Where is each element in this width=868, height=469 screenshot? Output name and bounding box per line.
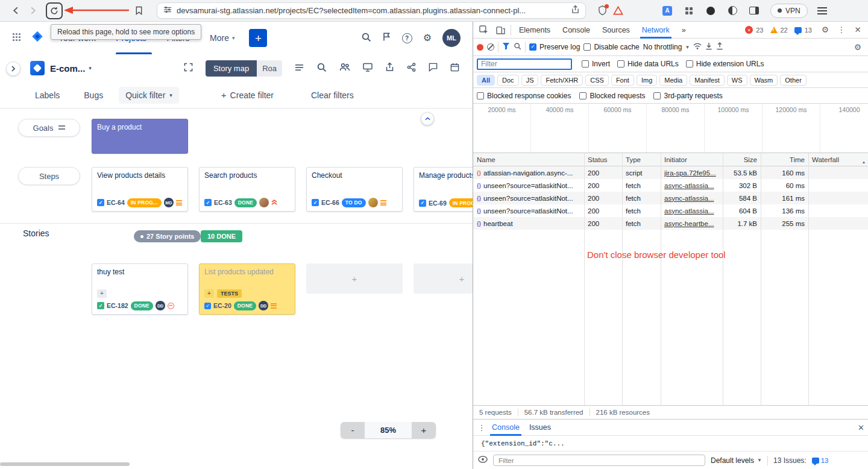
board-search-icon[interactable] [316,62,327,75]
network-settings-icon[interactable]: ⚙ [851,41,864,53]
preserve-log-checkbox[interactable]: Preserve log [529,43,580,51]
clear-button[interactable] [487,43,494,51]
network-overview-timeline[interactable]: 20000 ms 40000 ms 60000 ms 80000 ms 1000… [473,104,868,153]
sidebar-expand-button[interactable] [6,61,20,76]
add-story-placeholder[interactable]: + [306,263,403,294]
nav-more[interactable]: More▾ [210,22,234,54]
initiator-link[interactable]: async-heartbe... [664,220,719,227]
filter-chip-wasm[interactable]: Wasm [750,75,778,86]
request-row[interactable]: {}unseen?source=atlaskitNot... 200 fetch… [473,179,868,192]
user-avatar[interactable]: ML [442,29,461,47]
console-filter-input[interactable] [493,455,705,466]
share-icon[interactable] [571,5,579,16]
tab-sources[interactable]: Sources [598,22,634,39]
flag-icon[interactable] [382,32,391,44]
tab-console[interactable]: Console [558,22,594,39]
back-button[interactable] [7,2,24,19]
story-map-toggle[interactable]: Story map [206,60,257,77]
log-levels-dropdown[interactable]: Default levels▼ [711,456,762,465]
menu-button[interactable] [814,2,831,19]
project-name[interactable]: E-com... [50,63,85,74]
dark-mode-icon[interactable] [725,3,740,19]
sidebar-toggle-icon[interactable] [746,3,762,19]
steps-row-label[interactable]: Steps [18,167,80,185]
selected-checkbox[interactable]: ✓ [204,303,211,309]
errors-count[interactable]: 23 [756,27,763,34]
tab-elements[interactable]: Elements [515,22,555,39]
issues-count[interactable]: 13 [805,27,812,34]
devtools-close-icon[interactable]: ✕ [851,24,864,36]
filter-funnel-icon[interactable] [502,42,510,52]
filter-chip-fetch[interactable]: Fetch/XHR [541,75,583,86]
zoom-in-button[interactable]: + [412,422,436,438]
fullscreen-icon[interactable] [184,63,193,74]
export-icon[interactable] [385,62,394,74]
vpn-button[interactable]: VPN [770,4,808,18]
issues-icon[interactable] [794,27,802,33]
inspect-element-icon[interactable] [477,24,490,36]
initiator-link[interactable]: jira-spa.72fe95... [664,169,719,177]
filter-chip-css[interactable]: CSS [585,75,609,86]
goals-row-label[interactable]: Goals [18,119,80,137]
network-filter-input[interactable] [477,58,572,70]
devtools-settings-icon[interactable]: ⚙ [819,24,832,36]
people-icon[interactable] [339,63,350,74]
add-tag-button[interactable]: + [204,289,214,298]
translate-extension-icon[interactable]: A [659,3,675,19]
shield-extension-icon[interactable] [594,3,610,19]
third-party-checkbox[interactable]: 3rd-party requests [653,92,722,100]
reload-button[interactable] [46,2,63,19]
request-row[interactable]: {}heartbeat 200 fetch async-heartbe... 1… [473,217,868,230]
drawer-tab-console[interactable]: Console [488,420,524,436]
goal-card[interactable]: Buy a product [92,119,188,154]
network-conditions-icon[interactable] [693,43,702,51]
console-message[interactable]: {"extension_id":"c... [473,436,868,452]
initiator-link[interactable]: async-atlassia... [664,207,719,215]
project-avatar[interactable] [30,61,45,75]
rows-icon[interactable] [295,63,304,74]
roadmap-toggle[interactable]: Roa [257,60,282,77]
bookmark-icon[interactable] [130,2,147,19]
bugs-link[interactable]: Bugs [84,90,103,100]
filter-chip-media[interactable]: Media [659,75,687,86]
labels-link[interactable]: Labels [35,90,60,100]
record-button[interactable] [477,44,483,51]
chevron-down-icon[interactable]: ▾ [89,65,92,71]
tune-icon[interactable] [163,5,172,16]
disable-cache-checkbox[interactable]: Disable cache [583,43,639,51]
settings-gear-icon[interactable]: ⚙ [423,33,432,43]
zoom-out-button[interactable]: - [341,422,365,438]
filter-chip-font[interactable]: Font [611,75,634,86]
import-har-icon[interactable] [705,42,712,52]
add-story-placeholder[interactable]: + [414,263,473,294]
grid-extension-icon[interactable] [681,3,697,19]
story-card-selected[interactable]: List products updated + TESTS ✓ EC-20 DO… [199,263,295,315]
filter-chip-js[interactable]: JS [521,75,539,86]
collapse-row-button[interactable] [421,112,434,125]
col-time[interactable]: Time [761,156,808,163]
horizontal-scrollbar[interactable] [0,462,130,466]
drawer-close-icon[interactable]: ✕ [858,423,864,432]
col-status[interactable]: Status [584,156,622,163]
search-icon[interactable] [361,32,371,45]
warning-extension-icon[interactable] [610,3,626,19]
col-size[interactable]: Size [723,156,761,163]
col-type[interactable]: Type [622,156,661,163]
initiator-link[interactable]: async-atlassia... [664,182,719,189]
export-har-icon[interactable] [716,42,723,52]
initiator-link[interactable]: async-atlassia... [664,195,719,202]
story-card[interactable]: thuy test + ✓ EC-182 DONE DD [92,263,188,315]
step-card[interactable]: Manage products ✓ EC-69 IN PROG... [414,167,473,212]
hide-data-urls-checkbox[interactable]: Hide data URLs [617,60,679,68]
devtools-kebab-icon[interactable]: ⋮ [835,24,848,36]
tab-network[interactable]: Network [638,22,674,39]
col-waterfall[interactable]: Waterfall▲ [808,156,868,163]
drawer-kebab-icon[interactable]: ⋮ [477,423,486,432]
filter-chip-ws[interactable]: WS [727,75,747,86]
invert-checkbox[interactable]: Invert [582,60,610,68]
create-button[interactable]: + [249,29,267,47]
errors-icon[interactable]: × [745,26,753,34]
calendar-icon[interactable] [450,63,459,74]
throttling-dropdown[interactable]: No throttling▼ [643,43,690,51]
create-filter-button[interactable]: + Create filter [221,90,274,100]
